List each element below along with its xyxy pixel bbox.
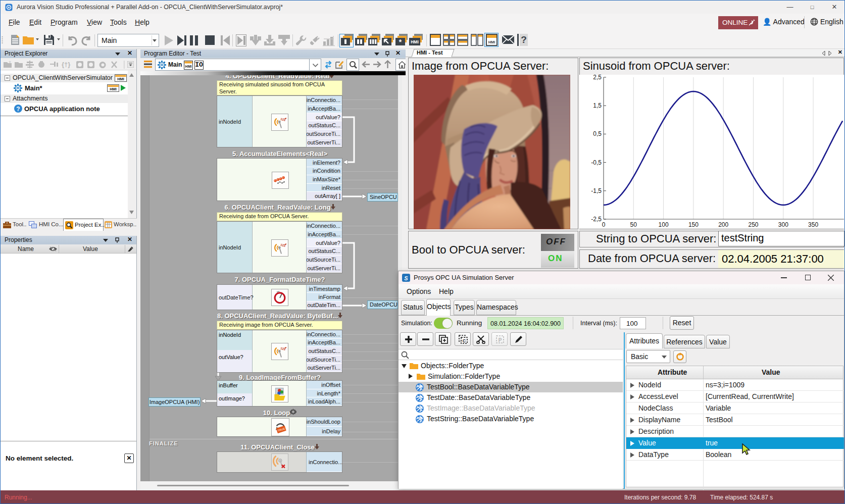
svg-text:*: * <box>399 38 402 46</box>
svg-text:100: 100 <box>659 221 669 228</box>
svg-text:250: 250 <box>748 221 758 228</box>
svg-text:1,5: 1,5 <box>593 102 602 109</box>
svg-text:-1,5: -1,5 <box>591 187 602 194</box>
svg-text:200: 200 <box>718 221 728 228</box>
svg-text:0: 0 <box>602 221 606 228</box>
svg-text:{†}: {†} <box>62 61 70 68</box>
svg-text:350: 350 <box>808 221 818 228</box>
svg-text:HMI: HMI <box>117 77 124 81</box>
svg-text:P: P <box>499 337 502 343</box>
svg-text:2,5: 2,5 <box>593 75 602 81</box>
svg-text:?: ? <box>16 106 20 113</box>
svg-text:-2,5: -2,5 <box>591 216 602 223</box>
svg-text:HMI: HMI <box>185 65 192 68</box>
svg-text:C: C <box>463 338 466 343</box>
svg-text:0,5: 0,5 <box>593 130 602 137</box>
svg-text:-0,5: -0,5 <box>591 159 602 166</box>
svg-text:+: + <box>9 60 11 65</box>
svg-text:300: 300 <box>778 221 788 228</box>
svg-text:50: 50 <box>630 221 637 228</box>
svg-text:HMI: HMI <box>488 40 495 44</box>
svg-text:HMI: HMI <box>411 39 419 44</box>
svg-text:S: S <box>404 275 408 281</box>
svg-text:HMI: HMI <box>110 87 117 91</box>
svg-text:150: 150 <box>688 221 699 228</box>
